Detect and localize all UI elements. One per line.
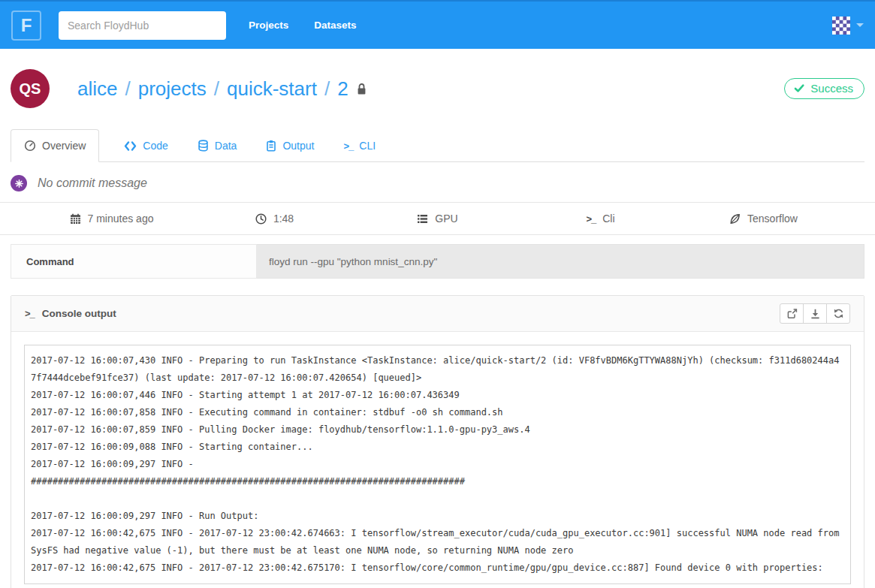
asterisk-icon [11, 175, 27, 191]
tab-label: CLI [359, 140, 376, 152]
clipboard-icon [266, 140, 276, 152]
log-line: SysFS had negative value (-1), but there… [31, 542, 844, 559]
log-line: 2017-07-12 16:00:42,675 INFO - 2017-07-1… [31, 525, 844, 542]
console-header: >_ Console output [11, 296, 864, 332]
terminal-icon: >_ [343, 140, 353, 152]
database-icon [198, 140, 209, 152]
console-actions [780, 303, 850, 324]
project-avatar-initials: QS [20, 80, 41, 98]
console-log[interactable]: 2017-07-12 16:00:07,430 INFO - Preparing… [24, 345, 851, 584]
meta-framework: Tensorflow [682, 213, 845, 225]
log-line: 2017-07-12 16:00:07,446 INFO - Starting … [31, 387, 844, 404]
code-icon [124, 140, 137, 152]
job-header: QS alice / projects / quick-start / 2 Su… [11, 49, 864, 108]
breadcrumb-separator: / [117, 77, 137, 101]
commit-message-row: No commit message [11, 175, 864, 191]
breadcrumb-separator: / [317, 77, 337, 101]
meta-duration-label: 1:48 [273, 213, 294, 225]
chevron-down-icon[interactable] [856, 23, 864, 27]
nav-link-datasets[interactable]: Datasets [314, 12, 356, 38]
meta-mode: >_ Cli [519, 213, 682, 225]
meta-mode-label: Cli [602, 213, 614, 225]
console-panel: >_ Console output [11, 295, 864, 588]
tab-code[interactable]: Code [111, 130, 180, 161]
download-button[interactable] [803, 303, 827, 324]
meta-duration: 1:48 [193, 213, 356, 225]
command-value: floyd run --gpu "python mnist_cnn.py" [257, 244, 864, 279]
log-line: 2017-07-12 16:00:42,675 INFO - 2017-07-1… [31, 559, 844, 577]
calendar-icon [70, 213, 81, 225]
nav-links: Projects Datasets [249, 12, 382, 38]
tab-data[interactable]: Data [185, 130, 250, 161]
tab-label: Data [215, 140, 237, 152]
breadcrumb-user[interactable]: alice [77, 77, 117, 101]
log-line: 7f7444dcebef91fce37) (last update: 2017-… [31, 369, 844, 387]
breadcrumb-projects[interactable]: projects [138, 77, 207, 101]
log-line: 2017-07-12 16:00:09,088 INFO - Starting … [31, 439, 844, 456]
server-icon [417, 213, 428, 225]
log-line: 2017-07-12 16:00:09,297 INFO - Run Outpu… [31, 508, 844, 525]
top-navbar: F Projects Datasets [0, 0, 875, 49]
meta-framework-label: Tensorflow [747, 213, 798, 225]
command-row: Command floyd run --gpu "python mnist_cn… [11, 244, 864, 279]
gauge-icon [24, 140, 36, 152]
command-label: Command [11, 244, 257, 279]
breadcrumb-project-name[interactable]: quick-start [227, 77, 317, 101]
check-icon [793, 83, 805, 94]
user-avatar-identicon[interactable] [832, 17, 850, 35]
logo-letter: F [21, 15, 32, 36]
status-badge[interactable]: Success [784, 78, 864, 99]
meta-instance-type: GPU [356, 213, 519, 225]
run-meta-bar: 7 minutes ago 1:48 GPU >_ Cli [0, 202, 875, 235]
tab-label: Code [143, 140, 167, 152]
terminal-icon: >_ [586, 213, 596, 225]
tab-overview[interactable]: Overview [11, 129, 99, 162]
log-line: 2017-07-12 16:00:09,297 INFO - [31, 456, 844, 473]
tab-output[interactable]: Output [253, 130, 327, 161]
refresh-button[interactable] [826, 303, 850, 324]
log-line: 2017-07-12 16:00:07,430 INFO - Preparing… [31, 352, 844, 369]
console-title: Console output [42, 308, 116, 319]
search-input[interactable] [59, 11, 226, 40]
nav-link-projects[interactable]: Projects [249, 12, 288, 38]
terminal-icon: >_ [25, 308, 35, 319]
tab-label: Output [282, 140, 314, 152]
clock-icon [255, 213, 267, 225]
lock-icon [356, 77, 367, 101]
leaf-icon [729, 213, 741, 225]
breadcrumb-separator: / [207, 77, 227, 101]
breadcrumb: alice / projects / quick-start / 2 [77, 77, 367, 101]
download-icon [810, 308, 821, 319]
breadcrumb-run-number[interactable]: 2 [337, 77, 348, 101]
meta-instance-label: GPU [435, 213, 457, 225]
meta-created: 7 minutes ago [30, 213, 193, 225]
log-line [31, 490, 844, 508]
floydhub-logo-icon[interactable]: F [11, 11, 41, 41]
log-line: 2017-07-12 16:00:07,859 INFO - Pulling D… [31, 421, 844, 439]
log-line: ########################################… [31, 473, 844, 490]
refresh-icon [833, 308, 844, 319]
open-external-button[interactable] [780, 303, 804, 324]
status-label: Success [810, 82, 853, 95]
tab-cli[interactable]: >_ CLI [330, 130, 388, 161]
tab-label: Overview [42, 140, 86, 152]
commit-message: No commit message [38, 176, 147, 190]
tab-bar: Overview Code Data [11, 129, 864, 162]
external-link-icon [786, 308, 798, 319]
meta-created-label: 7 minutes ago [88, 213, 154, 225]
project-avatar[interactable]: QS [11, 69, 50, 108]
log-line: 2017-07-12 16:00:07,858 INFO - Executing… [31, 404, 844, 421]
navbar-user-area [832, 17, 864, 35]
